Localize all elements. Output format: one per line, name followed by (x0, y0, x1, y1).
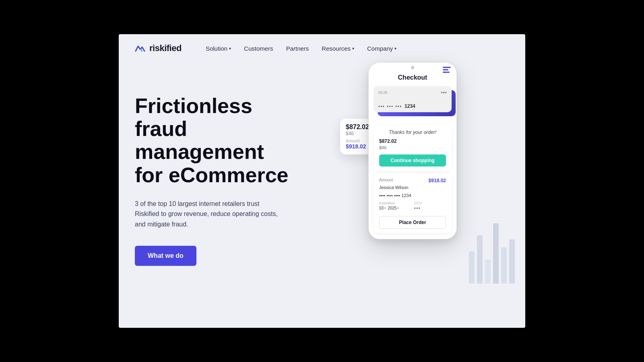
hero-title: Frictionless fraud management for eComme… (135, 95, 308, 187)
card-more-dots: ••• (441, 89, 447, 96)
card-value: •••• •••• •••• 1234 (379, 193, 446, 198)
card-dots: ••• ••• ••• (378, 104, 402, 109)
chevron-down-icon-resources: ▾ (352, 46, 354, 51)
expiry-col: Expiration 03 ▾ 2025 ▾ (379, 201, 411, 210)
cvv-col: CCV ••• (414, 201, 446, 210)
expiry-selects: 03 ▾ 2025 ▾ (379, 206, 411, 210)
amount-label: Amount (379, 178, 393, 183)
nav-link-customers[interactable]: Customers (244, 45, 273, 52)
nav-item-solution[interactable]: Solution ▾ (206, 45, 231, 52)
order-panel: Thanks for your order! $872.02 $46 Conti… (374, 125, 452, 171)
order-fee-row: $46 (379, 145, 446, 150)
month-chevron: ▾ (384, 206, 386, 210)
expiry-cvv-row: Expiration 03 ▾ 2025 ▾ (379, 201, 446, 210)
hero-subtitle: 3 of the top 10 largest internet retaile… (135, 199, 280, 230)
logo-icon (135, 44, 146, 53)
payment-panel: Amount $918.02 Jessica Wilson •••• •••• … (374, 174, 452, 233)
hero-left: Frictionless fraud management for eComme… (135, 86, 308, 266)
chevron-down-icon-company: ▾ (394, 46, 396, 51)
header-icon-line-1 (443, 67, 451, 68)
amount-row: Amount $918.02 (379, 178, 446, 183)
name-value: Jessica Wilson (379, 185, 446, 190)
year-chevron: ▾ (397, 206, 399, 210)
card-number-end: 1234 (405, 103, 415, 109)
logo-area[interactable]: riskified (135, 43, 182, 53)
phone-mockup: Checkout 03:25 ••• ••• ••• ••• (368, 62, 457, 239)
chart-bar-6 (509, 239, 515, 284)
hero-right: $872.02 $46 Amount $918.02 Checkout (336, 54, 525, 328)
order-fee: $46 (379, 145, 386, 150)
place-order-button[interactable]: Place Order (379, 216, 446, 229)
nav-link-company[interactable]: Company ▾ (367, 45, 396, 52)
chart-bg (465, 86, 525, 288)
header-icon-line-2 (443, 69, 448, 70)
order-amount: $872.02 (379, 138, 396, 144)
order-amount-row: $872.02 (379, 138, 446, 144)
nav-item-partners[interactable]: Partners (286, 45, 309, 52)
nav-item-resources[interactable]: Resources ▾ (322, 45, 354, 52)
expiry-year[interactable]: 2025 ▾ (388, 206, 399, 210)
navbar: riskified Solution ▾ Customers Partners (119, 34, 525, 62)
chart-bar-5 (501, 247, 507, 284)
chart-bar-1 (469, 251, 475, 284)
expiry-label: Expiration (379, 201, 411, 205)
nav-links: Solution ▾ Customers Partners Resources … (206, 45, 396, 52)
expiry-month[interactable]: 03 ▾ (379, 206, 386, 210)
card-number-row: ••• ••• ••• 1234 (378, 103, 447, 109)
nav-link-partners[interactable]: Partners (286, 45, 309, 52)
header-icon-line-3 (443, 72, 450, 73)
page-wrapper: riskified Solution ▾ Customers Partners (119, 34, 525, 328)
hero-section: Frictionless fraud management for eComme… (119, 62, 525, 266)
chevron-down-icon: ▾ (229, 46, 231, 51)
cvv-value: ••• (414, 206, 446, 210)
nav-item-company[interactable]: Company ▾ (367, 45, 396, 52)
continue-button[interactable]: Continue shopping (379, 154, 446, 167)
chart-bar-2 (477, 235, 483, 284)
checkout-title: Checkout (369, 71, 456, 86)
card-front-top: 03:25 ••• (378, 89, 447, 96)
phone-notch-dot (411, 66, 414, 69)
nav-item-customers[interactable]: Customers (244, 45, 273, 52)
phone-header-icons (443, 67, 451, 73)
order-thanks: Thanks for your order! (379, 130, 446, 135)
card-time: 03:25 (378, 90, 388, 95)
nav-link-solution[interactable]: Solution ▾ (206, 45, 231, 52)
nav-link-resources[interactable]: Resources ▾ (322, 45, 354, 52)
chart-bar-4 (493, 223, 499, 284)
cta-button[interactable]: What we do (135, 246, 196, 266)
amount-value: $918.02 (429, 178, 446, 183)
cvv-label: CCV (414, 201, 446, 205)
card-front: 03:25 ••• ••• ••• ••• 1234 (374, 86, 452, 112)
logo-text: riskified (149, 43, 182, 53)
card-stack: 03:25 ••• ••• ••• ••• 1234 (374, 86, 452, 122)
chart-bar-3 (485, 259, 491, 284)
